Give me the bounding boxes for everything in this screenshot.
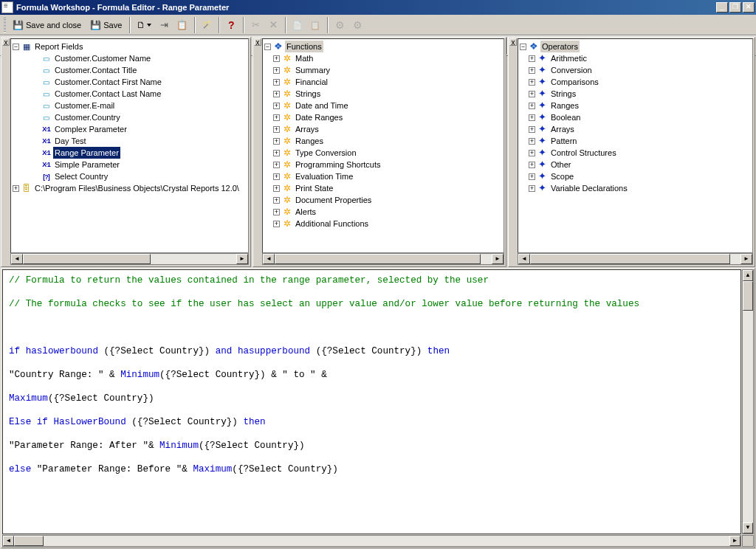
scroll-left-icon[interactable]: ◄: [3, 536, 14, 546]
expand-icon[interactable]: [529, 55, 535, 62]
function-category[interactable]: Summary: [263, 64, 504, 76]
function-category[interactable]: Print State: [263, 182, 504, 194]
scroll-left-icon[interactable]: ◄: [518, 254, 530, 264]
param-item[interactable]: X·1Day Test: [11, 135, 248, 147]
scroll-left-icon[interactable]: ◄: [263, 254, 275, 264]
expand-icon[interactable]: [529, 138, 535, 145]
expand-icon[interactable]: [273, 162, 280, 168]
scroll-thumb[interactable]: [530, 254, 730, 264]
param-item[interactable]: X·1Complex Parameter: [11, 123, 248, 135]
scroll-thumb[interactable]: [14, 536, 44, 546]
help-button[interactable]: [223, 17, 239, 33]
field-item[interactable]: Customer.Contact Last Name: [11, 88, 248, 100]
expand-icon[interactable]: [273, 126, 280, 133]
expand-icon[interactable]: [273, 185, 280, 192]
expand-icon[interactable]: [529, 91, 535, 97]
expand-icon[interactable]: [273, 67, 280, 74]
scroll-right-icon[interactable]: ►: [729, 536, 740, 546]
operator-category[interactable]: Strings: [518, 88, 752, 100]
new-button[interactable]: [134, 17, 154, 33]
save-button[interactable]: Save: [86, 17, 126, 33]
expand-icon[interactable]: [273, 221, 280, 227]
function-category[interactable]: Programming Shortcuts: [263, 159, 504, 170]
scroll-up-icon[interactable]: ▲: [743, 270, 753, 281]
function-category[interactable]: Document Properties: [263, 194, 504, 206]
field-item[interactable]: Customer.E-mail: [11, 100, 248, 111]
scroll-right-icon[interactable]: ►: [740, 254, 752, 264]
operator-category[interactable]: Arrays: [518, 123, 752, 135]
param-item[interactable]: X·1Range Parameter: [11, 147, 248, 159]
function-category[interactable]: Ranges: [263, 135, 504, 147]
expand-icon[interactable]: [529, 150, 535, 156]
clipboard-button[interactable]: [173, 17, 190, 33]
editor-vscrollbar[interactable]: ▲ ▼: [742, 269, 754, 534]
field-item[interactable]: Customer.Contact Title: [11, 64, 248, 76]
scroll-right-icon[interactable]: ►: [492, 254, 504, 264]
expand-icon[interactable]: [529, 103, 535, 109]
operator-category[interactable]: Pattern: [518, 135, 752, 147]
expand-icon[interactable]: [529, 126, 535, 133]
code-editor[interactable]: // Formula to return the values containe…: [2, 269, 741, 534]
expand-icon[interactable]: [273, 173, 280, 180]
field-item[interactable]: Customer.Customer Name: [11, 52, 248, 64]
expand-icon[interactable]: [529, 79, 535, 86]
expand-icon[interactable]: [273, 209, 280, 215]
wizard-button[interactable]: [199, 17, 215, 33]
fields-tree[interactable]: Report FieldsCustomer.Customer NameCusto…: [10, 38, 249, 253]
function-category[interactable]: Additional Functions: [263, 218, 504, 229]
panel-close-button[interactable]: x: [2, 38, 10, 46]
field-item[interactable]: Customer.Country: [11, 111, 248, 123]
scroll-right-icon[interactable]: ►: [236, 254, 248, 264]
toolbar-grip[interactable]: [4, 18, 6, 32]
expand-icon[interactable]: [273, 150, 280, 156]
editor-hscrollbar[interactable]: ◄ ►: [2, 535, 741, 547]
function-category[interactable]: Evaluation Time: [263, 170, 504, 182]
operator-category[interactable]: Comparisons: [518, 76, 752, 88]
operator-category[interactable]: Variable Declarations: [518, 182, 752, 194]
param-item[interactable]: X·1Simple Parameter: [11, 159, 248, 170]
expand-icon[interactable]: [273, 197, 280, 204]
tree-root[interactable]: Report Fields: [11, 41, 248, 52]
expand-icon[interactable]: [273, 55, 280, 62]
tree-root[interactable]: Operators: [518, 41, 752, 52]
collapse-icon[interactable]: [264, 44, 271, 50]
scroll-down-icon[interactable]: ▼: [743, 522, 753, 534]
operator-category[interactable]: Scope: [518, 170, 752, 182]
expand-icon[interactable]: [13, 185, 19, 192]
function-category[interactable]: Math: [263, 52, 504, 64]
panel-hscrollbar[interactable]: ◄ ►: [10, 253, 249, 265]
db-path-item[interactable]: C:\Program Files\Business Objects\Crysta…: [11, 182, 248, 194]
expand-icon[interactable]: [273, 79, 280, 86]
function-category[interactable]: Type Conversion: [263, 147, 504, 159]
operator-category[interactable]: Conversion: [518, 64, 752, 76]
expand-icon[interactable]: [273, 114, 280, 121]
function-category[interactable]: Alerts: [263, 206, 504, 218]
expand-icon[interactable]: [273, 103, 280, 109]
expand-icon[interactable]: [273, 138, 280, 145]
close-button[interactable]: ✕: [743, 2, 755, 13]
function-category[interactable]: Arrays: [263, 123, 504, 135]
field-item[interactable]: Customer.Contact First Name: [11, 76, 248, 88]
expand-icon[interactable]: [529, 67, 535, 74]
panel-close-button[interactable]: x: [254, 38, 261, 46]
expand-icon[interactable]: [529, 162, 535, 168]
restore-button[interactable]: ❐: [729, 2, 741, 13]
minimize-button[interactable]: _: [716, 2, 728, 13]
scroll-thumb[interactable]: [275, 254, 481, 264]
toggle-view-button[interactable]: [156, 17, 172, 33]
functions-tree[interactable]: FunctionsMathSummaryFinancialStringsDate…: [262, 38, 504, 253]
function-category[interactable]: Strings: [263, 88, 504, 100]
scroll-thumb[interactable]: [23, 254, 151, 264]
function-category[interactable]: Financial: [263, 76, 504, 88]
operators-tree[interactable]: OperatorsArithmeticConversionComparisons…: [518, 38, 753, 253]
tree-root[interactable]: Functions: [263, 41, 504, 52]
panel-close-button[interactable]: x: [509, 38, 517, 46]
collapse-icon[interactable]: [520, 44, 526, 50]
expand-icon[interactable]: [529, 173, 535, 180]
operator-category[interactable]: Other: [518, 159, 752, 170]
function-category[interactable]: Date and Time: [263, 100, 504, 111]
panel-hscrollbar[interactable]: ◄ ►: [262, 253, 504, 265]
expand-icon[interactable]: [529, 185, 535, 192]
collapse-icon[interactable]: [13, 44, 19, 50]
expand-icon[interactable]: [529, 114, 535, 121]
